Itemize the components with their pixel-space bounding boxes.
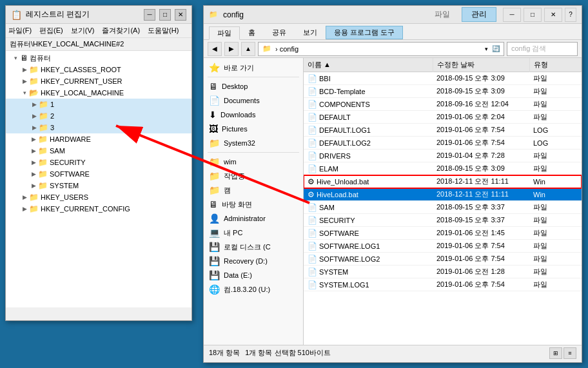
tree-arrow-icon[interactable]: ▶: [20, 206, 29, 212]
tree-item[interactable]: ▶📁HKEY_CURRENT_USER: [6, 75, 191, 87]
search-input[interactable]: config 검색: [507, 42, 578, 56]
tree-item[interactable]: ▶📁1: [6, 99, 191, 110]
table-row[interactable]: 📄COMPONENTS2018-09-16 오전 12:04파일: [304, 98, 582, 111]
maximize-button-explorer[interactable]: □: [524, 8, 542, 22]
tab-file[interactable]: 파일: [426, 8, 459, 21]
help-button[interactable]: ?: [565, 8, 576, 22]
table-row[interactable]: 📄DEFAULT.LOG22019-01-06 오후 7:54LOG: [304, 137, 582, 150]
table-row[interactable]: 📄SOFTWARE.LOG12019-01-06 오후 7:54파일: [304, 240, 582, 253]
tree-item[interactable]: ▶📁SYSTEM: [6, 180, 191, 191]
tree-arrow-icon[interactable]: ▶: [20, 78, 29, 84]
maximize-button[interactable]: □: [159, 9, 171, 21]
left-panel-item[interactable]: 🖼Pictures: [204, 122, 303, 136]
table-row[interactable]: 📄SOFTWARE.LOG22019-01-06 오후 7:54파일: [304, 253, 582, 266]
tree-item[interactable]: ▶📁HKEY_CLASSES_ROOT: [6, 64, 191, 75]
table-row[interactable]: ⚙HiveLoad.bat2018-12-11 오전 11:11Win: [304, 188, 582, 201]
left-panel-item[interactable]: ⭐바로 가기: [204, 61, 303, 75]
menu-edit[interactable]: 편집(E): [39, 26, 63, 35]
left-panel-item[interactable]: 💻내 PC: [204, 226, 303, 240]
close-button-explorer[interactable]: ✕: [544, 8, 562, 22]
left-panel-item[interactable]: 📁컘: [204, 183, 303, 197]
minimize-button[interactable]: ─: [144, 9, 155, 21]
table-row[interactable]: 📄SECURITY2018-09-15 오후 3:37파일: [304, 214, 582, 227]
tree-arrow-icon[interactable]: ▶: [29, 148, 38, 154]
ribbon-tab[interactable]: 파일: [209, 26, 240, 40]
up-button[interactable]: ▲: [241, 42, 255, 56]
file-name: 📄DEFAULT.LOG1: [304, 124, 433, 137]
tree-arrow-icon[interactable]: ▶: [30, 113, 39, 119]
table-row[interactable]: ⚙Hive_Unload.bat2018-12-11 오전 11:11Win: [304, 175, 582, 188]
tree-arrow-icon[interactable]: ▾: [20, 90, 29, 96]
large-icon-view[interactable]: ⊞: [549, 347, 562, 359]
left-panel-item[interactable]: 💾Data (E:): [204, 268, 303, 282]
left-panel-item[interactable]: 🖥바탕 화면: [204, 197, 303, 211]
left-panel-item[interactable]: 📁작업중: [204, 169, 303, 183]
ribbon-tab[interactable]: 공유: [264, 26, 295, 39]
tree-label: HKEY_LOCAL_MACHINE: [41, 89, 124, 97]
table-row[interactable]: 📄ELAM2018-09-15 오후 3:09파일: [304, 162, 582, 175]
col-name[interactable]: 이름 ▲: [304, 58, 433, 72]
tree-item[interactable]: ▶📁2: [6, 110, 191, 122]
left-panel-item[interactable]: 📄Documents: [204, 93, 303, 108]
menu-help[interactable]: 도움말(H): [148, 26, 179, 35]
table-row[interactable]: 📄BBI2018-09-15 오후 3:09파일: [304, 72, 582, 85]
ribbon-tab[interactable]: 응용 프로그램 도구: [326, 26, 403, 39]
tree-arrow-icon[interactable]: ▶: [30, 124, 39, 131]
tree-item[interactable]: ▶📁SAM: [6, 145, 191, 157]
tree-arrow-icon[interactable]: ▶: [29, 136, 38, 142]
left-panel-item[interactable]: 💾로컬 디스크 (C: [204, 240, 303, 254]
file-type: 파일: [529, 98, 582, 111]
left-panel-item[interactable]: 🖥Desktop: [204, 79, 303, 93]
minimize-button-explorer[interactable]: ─: [503, 8, 521, 22]
file-name: 📄DRIVERS: [304, 150, 433, 162]
address-input[interactable]: 📁 › config ▾ 🔄: [258, 42, 504, 56]
tree-item[interactable]: ▶📁3: [6, 122, 191, 133]
tree-item[interactable]: ▾📂HKEY_LOCAL_MACHINE: [6, 87, 191, 99]
tab-manage[interactable]: 관리: [462, 7, 496, 22]
tree-item[interactable]: ▾🖥컴퓨터: [6, 52, 191, 64]
col-type[interactable]: 유형: [529, 58, 582, 72]
file-type: 파일: [529, 72, 582, 85]
table-row[interactable]: 📄SYSTEM2019-01-06 오전 1:28파일: [304, 266, 582, 278]
tree-arrow-icon[interactable]: ▶: [20, 194, 29, 200]
tree-arrow-icon[interactable]: ▶: [29, 159, 38, 166]
menu-favorites[interactable]: 즐겨찾기(A): [102, 26, 140, 35]
ribbon-tab[interactable]: 홈: [240, 26, 264, 39]
left-panel-item[interactable]: 💾Recovery (D:): [204, 254, 303, 268]
table-row[interactable]: 📄BCD-Template2018-09-15 오후 3:09파일: [304, 85, 582, 98]
left-panel-item[interactable]: 👤Administrator: [204, 211, 303, 226]
menu-view[interactable]: 보기(V): [71, 26, 95, 35]
dropdown-icon[interactable]: ▾: [485, 46, 488, 52]
forward-button[interactable]: ▶: [224, 42, 239, 56]
tree-item[interactable]: ▶📁HARDWARE: [6, 133, 191, 145]
file-list: 📄BBI2018-09-15 오후 3:09파일📄BCD-Template201…: [304, 72, 582, 291]
tree-item[interactable]: ▶📁SECURITY: [6, 157, 191, 168]
table-row[interactable]: 📄SYSTEM.LOG12019-01-06 오후 7:54파일: [304, 278, 582, 291]
tree-arrow-icon[interactable]: ▶: [20, 66, 29, 73]
left-panel-item[interactable]: 🌐컴.18.3.20 (U:): [204, 282, 303, 296]
table-row[interactable]: 📄DRIVERS2019-01-04 오후 7:28파일: [304, 150, 582, 162]
menu-file[interactable]: 파일(F): [8, 26, 32, 35]
tree-item[interactable]: ▶📁HKEY_CURRENT_CONFIG: [6, 203, 191, 215]
table-row[interactable]: 📄DEFAULT2019-01-06 오후 2:04파일: [304, 111, 582, 124]
left-panel-item[interactable]: 📁wim: [204, 155, 303, 169]
file-date: 2019-01-06 오후 7:54: [433, 240, 529, 253]
refresh-icon[interactable]: 🔄: [492, 45, 500, 52]
close-button[interactable]: ✕: [175, 9, 186, 21]
left-panel-item[interactable]: ⬇Downloads: [204, 108, 303, 122]
col-date[interactable]: 수정한 날짜: [433, 58, 529, 72]
left-panel-item[interactable]: 📁System32: [204, 136, 303, 150]
tree-item[interactable]: ▶📁SOFTWARE: [6, 168, 191, 180]
table-row[interactable]: 📄SAM2018-09-15 오후 3:37파일: [304, 201, 582, 214]
tree-item[interactable]: ▶📁HKEY_USERS: [6, 191, 191, 203]
tree-arrow-icon[interactable]: ▶: [29, 171, 38, 177]
tree-arrow-icon[interactable]: ▶: [29, 182, 38, 189]
tree-label: 3: [50, 124, 54, 131]
table-row[interactable]: 📄DEFAULT.LOG12019-01-06 오후 7:54LOG: [304, 124, 582, 137]
back-button[interactable]: ◀: [208, 42, 222, 56]
tree-arrow-icon[interactable]: ▶: [30, 101, 39, 108]
tree-arrow-icon[interactable]: ▾: [11, 55, 20, 61]
ribbon-tab[interactable]: 보기: [295, 26, 326, 39]
table-row[interactable]: 📄SOFTWARE2019-01-06 오전 1:45파일: [304, 227, 582, 240]
list-view[interactable]: ≡: [564, 347, 576, 359]
